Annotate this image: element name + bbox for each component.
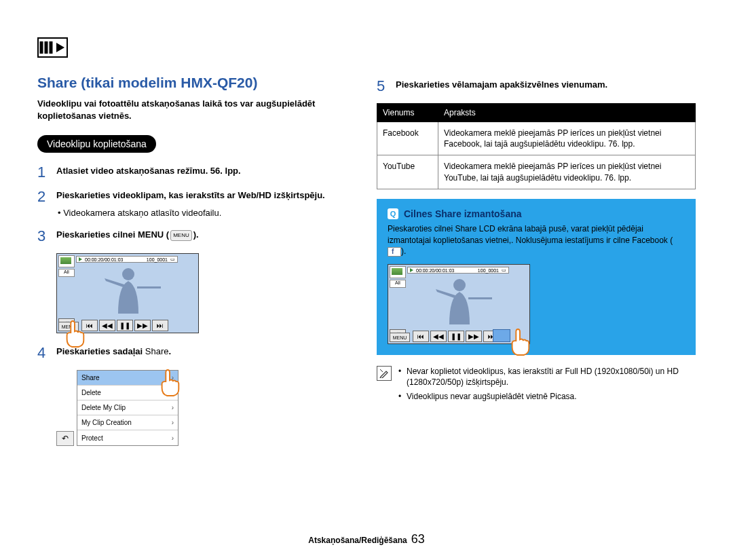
facebook-chip-icon (388, 247, 401, 257)
svg-rect-2 (137, 286, 161, 288)
touch-hand-icon (62, 320, 88, 348)
intro-text: Videoklipu vai fotoattēlu atskaņošanas l… (37, 98, 356, 122)
note-item-1: Nevar koplietot videoklipus, kas ierakst… (398, 366, 696, 388)
step-5-text: Pieskarieties vēlamajam apakšizvēlnes vi… (396, 79, 696, 91)
step-1-text: Atlasiet video atskaņošanas režīmu. 56. … (56, 165, 356, 177)
table-row: YouTube Videokamera meklē pieejamās PP i… (377, 155, 696, 189)
table-row: Facebook Videokamera meklē pieejamās PP … (377, 122, 696, 155)
step-2-text: Pieskarieties videoklipam, kas ierakstīt… (56, 189, 356, 219)
svg-point-3 (453, 279, 466, 291)
prev-button[interactable]: ⏮ (413, 331, 429, 342)
step-5-number: 5 (377, 79, 389, 94)
table-cell-facebook-desc: Videokamera meklē pieejamās PP ierīces u… (438, 122, 696, 155)
lcd-screenshot-1: 00:00:20/00:01:03100_0001▭ All 🔊 MENU ⏮ … (56, 253, 356, 333)
menu-badge-icon: MENU (170, 230, 192, 240)
lcd-menu-button[interactable]: MENU (390, 333, 410, 342)
step-4-number: 4 (37, 346, 50, 360)
svg-rect-4 (468, 297, 492, 299)
video-silhouette (422, 277, 504, 324)
next-button[interactable]: ⏭ (152, 320, 168, 331)
rewind-button[interactable]: ◀◀ (430, 331, 447, 342)
page-footer: Atskaņošana/Rediģēšana63 (0, 532, 733, 546)
note-item-2: Videoklipus nevar augšupielādēt vietnē P… (398, 391, 696, 402)
menu-screenshot: ↶ Share› Delete› Delete My Clip› My Clip… (77, 370, 356, 446)
info-box-body: Pieskaroties cilnei Share LCD ekrāna lab… (388, 223, 685, 257)
step-2-number: 2 (37, 189, 50, 204)
section-pill: Videoklipu koplietošana (37, 135, 156, 153)
table-cell-youtube-desc: Videokamera meklē pieejamās PP ierīces u… (438, 155, 696, 189)
info-box-heading: Cilnes Share izmantošana (404, 208, 522, 219)
lcd-topbar: 00:00:20/00:01:03100_0001▭ (407, 267, 509, 274)
table-cell-youtube: YouTube (377, 155, 438, 189)
step-4-text: Pieskarieties sadaļai Share. (56, 346, 356, 358)
note-icon (377, 366, 392, 381)
menu-item-delete-my-clip[interactable]: Delete My Clip› (77, 400, 178, 415)
video-silhouette (91, 266, 172, 314)
back-button[interactable]: ↶ (56, 431, 74, 446)
table-header-desc: Apraksts (438, 104, 696, 122)
step-3-text: Pieskarieties cilnei MENU (MENU). (56, 229, 356, 241)
pause-button[interactable]: ❚❚ (448, 331, 464, 342)
touch-hand-icon-2 (157, 369, 183, 397)
note-list: Nevar koplietot videoklipus, kas ierakst… (398, 366, 696, 405)
submenu-table: Vienums Apraksts Facebook Videokamera me… (377, 103, 696, 189)
chapter-icon (37, 37, 68, 60)
step-1-number: 1 (37, 165, 50, 180)
forward-button[interactable]: ▶▶ (134, 320, 151, 331)
lcd-topbar: 00:00:20/00:01:03100_0001▭ (76, 256, 178, 263)
all-badge: All (58, 269, 75, 277)
step-3-number: 3 (37, 229, 50, 244)
svg-point-1 (122, 268, 134, 280)
pause-button[interactable]: ❚❚ (117, 320, 133, 331)
table-header-item: Vienums (377, 104, 438, 122)
menu-item-protect[interactable]: Protect› (77, 430, 178, 445)
table-cell-facebook: Facebook (377, 122, 438, 155)
info-box: Q Cilnes Share izmantošana Pieskaroties … (377, 199, 696, 355)
page-title: Share (tikai modelim HMX-QF20) (37, 75, 356, 91)
rewind-button[interactable]: ◀◀ (99, 320, 115, 331)
step-2-sub: Videokamera atskaņo atlasīto videofailu. (58, 207, 356, 219)
q-icon: Q (388, 208, 398, 219)
all-badge: All (390, 280, 406, 288)
touch-hand-icon-3 (507, 328, 533, 356)
menu-item-my-clip-creation[interactable]: My Clip Creation› (77, 415, 178, 430)
thumbnail-icon (58, 255, 75, 267)
thumbnail-icon (390, 266, 406, 278)
forward-button[interactable]: ▶▶ (466, 331, 482, 342)
